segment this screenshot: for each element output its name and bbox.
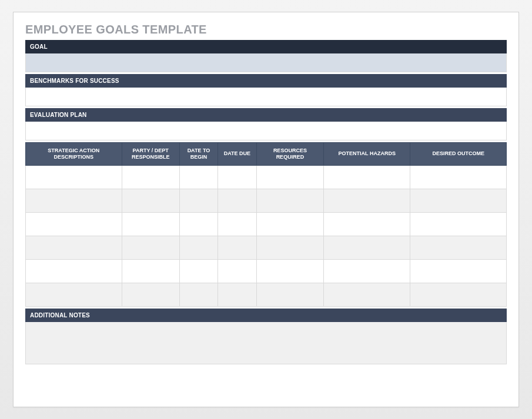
goal-input[interactable] bbox=[25, 53, 507, 72]
cell-outcome[interactable] bbox=[410, 189, 507, 212]
section-header-evaluation: EVALUATION PLAN bbox=[25, 108, 507, 122]
cell-outcome[interactable] bbox=[410, 212, 507, 236]
col-header-resources: RESOURCES REQUIRED bbox=[256, 143, 324, 166]
cell-due[interactable] bbox=[218, 212, 256, 236]
cell-party[interactable] bbox=[122, 165, 179, 189]
table-row bbox=[26, 212, 507, 236]
page-title: EMPLOYEE GOALS TEMPLATE bbox=[25, 23, 507, 36]
cell-outcome[interactable] bbox=[410, 283, 507, 306]
cell-desc[interactable] bbox=[26, 283, 122, 306]
cell-hazards[interactable] bbox=[324, 283, 410, 306]
col-header-party: PARTY / DEPT RESPONSIBLE bbox=[122, 143, 179, 166]
cell-desc[interactable] bbox=[26, 189, 122, 212]
cell-desc[interactable] bbox=[26, 259, 122, 283]
cell-resources[interactable] bbox=[256, 212, 324, 236]
cell-party[interactable] bbox=[122, 259, 179, 283]
col-header-due: DATE DUE bbox=[218, 143, 256, 166]
col-header-desc: STRATEGIC ACTION DESCRIPTIONS bbox=[26, 143, 122, 166]
cell-party[interactable] bbox=[122, 189, 179, 212]
cell-hazards[interactable] bbox=[324, 236, 410, 259]
cell-due[interactable] bbox=[218, 165, 256, 189]
section-header-goal: GOAL bbox=[25, 40, 507, 53]
template-sheet: EMPLOYEE GOALS TEMPLATE GOAL BENCHMARKS … bbox=[13, 12, 519, 407]
col-header-begin: DATE TO BEGIN bbox=[179, 143, 218, 166]
cell-due[interactable] bbox=[218, 283, 256, 306]
cell-begin[interactable] bbox=[179, 283, 218, 306]
cell-desc[interactable] bbox=[26, 236, 122, 259]
evaluation-input[interactable] bbox=[25, 122, 507, 140]
cell-hazards[interactable] bbox=[324, 259, 410, 283]
cell-hazards[interactable] bbox=[324, 189, 410, 212]
cell-begin[interactable] bbox=[179, 236, 218, 259]
table-row bbox=[26, 165, 507, 189]
cell-outcome[interactable] bbox=[410, 259, 507, 283]
action-table: STRATEGIC ACTION DESCRIPTIONS PARTY / DE… bbox=[25, 142, 507, 307]
cell-outcome[interactable] bbox=[410, 236, 507, 259]
cell-desc[interactable] bbox=[26, 165, 122, 189]
cell-begin[interactable] bbox=[179, 212, 218, 236]
cell-begin[interactable] bbox=[179, 165, 218, 189]
cell-due[interactable] bbox=[218, 189, 256, 212]
cell-resources[interactable] bbox=[256, 189, 324, 212]
cell-hazards[interactable] bbox=[324, 165, 410, 189]
cell-due[interactable] bbox=[218, 259, 256, 283]
table-row bbox=[26, 189, 507, 212]
cell-party[interactable] bbox=[122, 283, 179, 306]
cell-resources[interactable] bbox=[256, 236, 324, 259]
cell-hazards[interactable] bbox=[324, 212, 410, 236]
table-row bbox=[26, 236, 507, 259]
cell-resources[interactable] bbox=[256, 259, 324, 283]
action-table-body bbox=[26, 165, 507, 306]
section-header-benchmarks: BENCHMARKS FOR SUCCESS bbox=[25, 74, 507, 88]
cell-party[interactable] bbox=[122, 236, 179, 259]
table-row bbox=[26, 283, 507, 306]
col-header-outcome: DESIRED OUTCOME bbox=[410, 143, 507, 166]
cell-outcome[interactable] bbox=[410, 165, 507, 189]
table-row bbox=[26, 259, 507, 283]
benchmarks-input[interactable] bbox=[25, 88, 507, 106]
notes-input[interactable] bbox=[25, 322, 507, 364]
cell-begin[interactable] bbox=[179, 259, 218, 283]
cell-party[interactable] bbox=[122, 212, 179, 236]
section-header-notes: ADDITIONAL NOTES bbox=[25, 309, 507, 322]
cell-resources[interactable] bbox=[256, 283, 324, 306]
col-header-hazards: POTENTIAL HAZARDS bbox=[324, 143, 410, 166]
cell-due[interactable] bbox=[218, 236, 256, 259]
cell-desc[interactable] bbox=[26, 212, 122, 236]
cell-resources[interactable] bbox=[256, 165, 324, 189]
cell-begin[interactable] bbox=[179, 189, 218, 212]
